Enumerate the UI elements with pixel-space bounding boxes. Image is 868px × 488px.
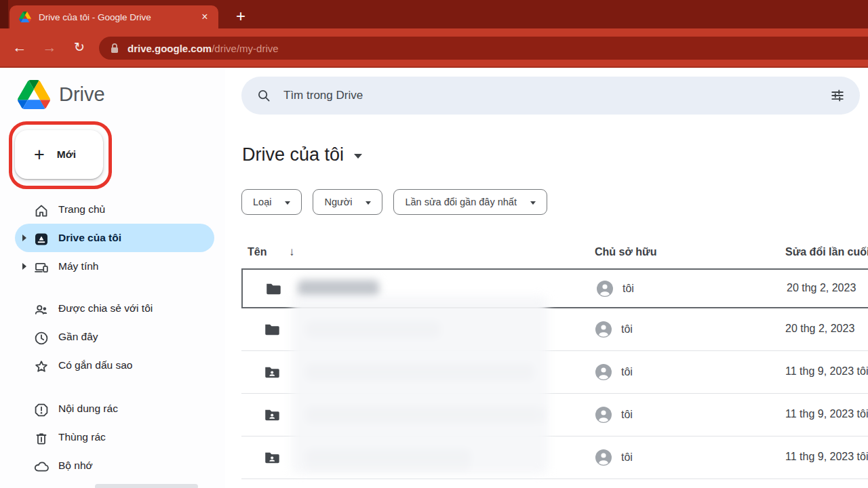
modified-date: 20 thg 2, 2023 bbox=[785, 323, 854, 335]
sidebar-item-label: Bộ nhớ bbox=[58, 460, 93, 471]
sidebar: Drive + Mới Trang chủ bbox=[0, 68, 225, 488]
owner-label: tôi bbox=[621, 323, 633, 336]
chip-label: Lần sửa đổi gần đây nhất bbox=[405, 197, 517, 207]
owner-cell: tôi bbox=[595, 363, 633, 381]
avatar bbox=[596, 280, 614, 298]
computers-icon bbox=[33, 258, 50, 274]
trash-icon bbox=[33, 429, 50, 445]
storage-progress-bar bbox=[95, 484, 198, 488]
search-bar[interactable] bbox=[241, 77, 860, 115]
avatar bbox=[595, 321, 612, 338]
avatar bbox=[595, 363, 612, 381]
chevron-down-icon bbox=[530, 201, 536, 205]
sidebar-item-trash[interactable]: Thùng rác bbox=[0, 423, 225, 451]
chevron-down-icon bbox=[354, 154, 362, 159]
column-name[interactable]: Tên bbox=[248, 246, 267, 258]
modified-date: 11 thg 9, 2023 tôi bbox=[785, 408, 868, 420]
sort-descending-icon[interactable]: ↓ bbox=[289, 245, 295, 259]
sidebar-item-label: Gần đây bbox=[58, 331, 98, 342]
browser-tab-bar: Drive của tôi - Google Drive × + bbox=[0, 0, 868, 28]
search-icon bbox=[256, 88, 271, 103]
sidebar-item-label: Máy tính bbox=[58, 260, 98, 272]
sidebar-nav: Trang chủ Drive của tôi bbox=[0, 195, 225, 480]
filter-chip-modified[interactable]: Lần sửa đổi gần đây nhất bbox=[393, 189, 547, 215]
cloud-icon bbox=[33, 458, 50, 474]
modified-date: 20 thg 2, 2023 bbox=[787, 282, 856, 294]
modified-date: 11 thg 9, 2023 tôi bbox=[785, 451, 868, 463]
column-modified[interactable]: Sửa đổi lần cuối bbox=[785, 246, 868, 258]
modified-date: 11 thg 9, 2023 tôi bbox=[785, 365, 868, 378]
home-icon bbox=[33, 201, 50, 218]
sidebar-item-label: Thùng rác bbox=[58, 431, 106, 443]
shared-folder-icon bbox=[263, 406, 281, 424]
sidebar-item-my-drive[interactable]: Drive của tôi bbox=[0, 224, 225, 252]
expand-arrow-icon[interactable] bbox=[22, 235, 26, 241]
drive-logo-icon bbox=[18, 80, 50, 109]
sidebar-item-spam[interactable]: Nội dung rác bbox=[0, 394, 225, 423]
tab-title: Drive của tôi - Google Drive bbox=[39, 12, 198, 22]
sidebar-item-label: Được chia sẻ với tôi bbox=[58, 302, 153, 314]
highlight-annotation: + Mới bbox=[9, 121, 112, 189]
close-tab-icon[interactable]: × bbox=[198, 10, 212, 24]
sidebar-item-starred[interactable]: Có gắn dấu sao bbox=[0, 351, 225, 380]
browser-tab[interactable]: Drive của tôi - Google Drive × bbox=[9, 5, 218, 28]
sidebar-item-label: Có gắn dấu sao bbox=[58, 359, 132, 371]
chip-label: Loại bbox=[253, 197, 271, 207]
expand-arrow-icon[interactable] bbox=[22, 263, 26, 270]
shared-folder-icon bbox=[263, 449, 281, 466]
page-title-text: Drive của tôi bbox=[242, 144, 344, 165]
url-host: drive.google.com bbox=[127, 43, 212, 54]
owner-cell: tôi bbox=[596, 280, 634, 298]
sidebar-item-label: Drive của tôi bbox=[58, 232, 121, 243]
page-title[interactable]: Drive của tôi bbox=[242, 144, 362, 165]
owner-cell: tôi bbox=[595, 321, 633, 338]
new-button[interactable]: + Mới bbox=[15, 130, 103, 179]
screenshot-root: Drive của tôi - Google Drive × + ← → ↻ d… bbox=[0, 0, 868, 488]
filter-chip-people[interactable]: Người bbox=[313, 189, 382, 215]
owner-label: tôi bbox=[621, 451, 633, 464]
reload-icon[interactable]: ↻ bbox=[68, 36, 91, 59]
owner-label: tôi bbox=[621, 366, 633, 378]
url-path: /drive/my-drive bbox=[212, 43, 278, 54]
people-icon bbox=[33, 300, 50, 317]
star-icon bbox=[33, 357, 50, 373]
google-drive-app: Drive + Mới Trang chủ bbox=[0, 68, 868, 488]
forward-icon: → bbox=[38, 36, 61, 59]
owner-label: tôi bbox=[621, 409, 633, 421]
sidebar-item-shared-with-me[interactable]: Được chia sẻ với tôi bbox=[0, 294, 225, 323]
new-tab-button[interactable]: + bbox=[231, 7, 251, 27]
my-drive-icon bbox=[33, 230, 50, 246]
avatar bbox=[595, 449, 612, 466]
owner-cell: tôi bbox=[595, 449, 633, 466]
main-content: Drive của tôi Loại Người Lần sửa đổi gần… bbox=[225, 68, 868, 488]
sidebar-item-label: Trang chủ bbox=[58, 203, 105, 215]
folder-icon bbox=[263, 321, 281, 338]
new-button-label: Mới bbox=[57, 148, 76, 161]
table-header: Tên ↓ Chủ sở hữu Sửa đổi lần cuối bbox=[241, 239, 868, 268]
url-text: drive.google.com/drive/my-drive bbox=[127, 43, 279, 54]
chevron-down-icon bbox=[285, 201, 290, 205]
folder-icon bbox=[264, 280, 282, 298]
drive-logo-text: Drive bbox=[59, 83, 105, 106]
sidebar-item-computers[interactable]: Máy tính bbox=[0, 252, 225, 281]
drive-logo[interactable]: Drive bbox=[18, 80, 105, 109]
sidebar-item-home[interactable]: Trang chủ bbox=[0, 195, 225, 224]
privacy-blur-overlay bbox=[292, 296, 548, 474]
drive-favicon bbox=[19, 12, 31, 22]
plus-icon: + bbox=[34, 144, 45, 165]
sidebar-item-recent[interactable]: Gần đây bbox=[0, 323, 225, 351]
spam-icon bbox=[33, 401, 50, 417]
redacted-file-name bbox=[298, 280, 379, 298]
chevron-down-icon bbox=[366, 201, 371, 205]
back-icon[interactable]: ← bbox=[8, 36, 31, 59]
filter-chip-type[interactable]: Loại bbox=[241, 189, 302, 215]
address-bar[interactable]: drive.google.com/drive/my-drive bbox=[99, 37, 868, 60]
search-input[interactable] bbox=[283, 77, 812, 115]
lock-icon bbox=[110, 43, 119, 54]
tune-icon[interactable] bbox=[830, 88, 845, 103]
sidebar-item-label: Nội dung rác bbox=[58, 403, 118, 414]
shared-folder-icon bbox=[263, 363, 281, 381]
column-owner[interactable]: Chủ sở hữu bbox=[595, 246, 656, 258]
sidebar-item-storage[interactable]: Bộ nhớ bbox=[0, 451, 225, 480]
chip-label: Người bbox=[324, 197, 352, 207]
